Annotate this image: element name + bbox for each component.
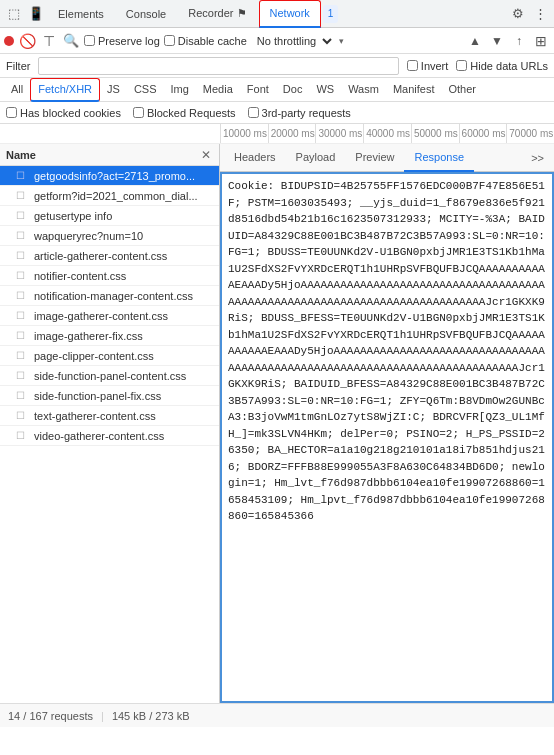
tab-css[interactable]: CSS — [127, 78, 164, 102]
request-item-13[interactable]: ☐ video-gatherer-content.css — [0, 426, 219, 446]
request-icon-6: ☐ — [16, 290, 30, 301]
record-button[interactable] — [4, 36, 14, 46]
inspect-icon[interactable]: ⬚ — [4, 4, 24, 24]
panel-tab-payload[interactable]: Payload — [286, 144, 346, 172]
ruler-ticks: 10000 ms 20000 ms 30000 ms 40000 ms 5000… — [220, 124, 554, 143]
disable-cache-checkbox[interactable]: Disable cache — [164, 35, 247, 47]
request-list: Name ✕ ☐ getgoodsinfo?act=2713_promo... … — [0, 144, 220, 703]
filter-row: Filter Invert Hide data URLs — [0, 54, 554, 78]
request-icon-13: ☐ — [16, 430, 30, 441]
clear-button[interactable]: 🚫 — [18, 32, 36, 50]
filter-label: Filter — [6, 60, 30, 72]
settings-icon[interactable]: ⚙ — [508, 4, 528, 24]
filter-icon-button[interactable]: ⊤ — [40, 32, 58, 50]
devtools-topbar: ⬚ 📱 Elements Console Recorder ⚑ Network … — [0, 0, 554, 28]
request-icon-5: ☐ — [16, 270, 30, 281]
request-item-5[interactable]: ☐ notifier-content.css — [0, 266, 219, 286]
invert-checkbox[interactable]: Invert — [407, 60, 449, 72]
request-item-2[interactable]: ☐ getusertype info — [0, 206, 219, 226]
divider-1: | — [101, 710, 104, 722]
close-panel-button[interactable]: ✕ — [199, 148, 213, 162]
request-icon-8: ☐ — [16, 330, 30, 341]
panel-tabs: Headers Payload Preview Response >> — [220, 144, 554, 172]
status-bar: 14 / 167 requests | 145 kB / 273 kB — [0, 703, 554, 727]
request-icon-1: ☐ — [16, 190, 30, 201]
request-item-8[interactable]: ☐ image-gatherer-fix.css — [0, 326, 219, 346]
request-icon-9: ☐ — [16, 350, 30, 361]
tab-elements[interactable]: Elements — [48, 0, 114, 28]
request-count: 14 / 167 requests — [8, 710, 93, 722]
main-area: Name ✕ ☐ getgoodsinfo?act=2713_promo... … — [0, 144, 554, 703]
tab-js[interactable]: JS — [100, 78, 127, 102]
tab-doc[interactable]: Doc — [276, 78, 310, 102]
panel-tab-preview[interactable]: Preview — [345, 144, 404, 172]
ruler-tick-7: 70000 ms — [506, 124, 554, 143]
device-icon[interactable]: 📱 — [26, 4, 46, 24]
tab-other[interactable]: Other — [441, 78, 483, 102]
throttle-select[interactable]: No throttling — [251, 34, 335, 48]
search-button[interactable]: 🔍 — [62, 32, 80, 50]
request-icon-12: ☐ — [16, 410, 30, 421]
third-party-checkbox[interactable]: 3rd-party requests — [248, 107, 351, 119]
tab-badge[interactable]: 1 — [323, 5, 339, 23]
blocked-row: Has blocked cookies Blocked Requests 3rd… — [0, 102, 554, 124]
hide-data-urls-checkbox[interactable]: Hide data URLs — [456, 60, 548, 72]
tab-media[interactable]: Media — [196, 78, 240, 102]
type-tabs: All Fetch/XHR JS CSS Img Media Font Doc … — [0, 78, 554, 102]
timeline-ruler: 10000 ms 20000 ms 30000 ms 40000 ms 5000… — [0, 124, 554, 144]
request-item-1[interactable]: ☐ getform?id=2021_common_dial... — [0, 186, 219, 206]
upload-button[interactable]: ▲ — [466, 32, 484, 50]
request-list-header: Name ✕ — [0, 144, 219, 166]
response-content-area[interactable]: Cookie: BIDUPSID=4B25755FF1576EDC000B7F4… — [220, 172, 554, 703]
tab-ws[interactable]: WS — [309, 78, 341, 102]
filter-input[interactable] — [38, 57, 398, 75]
ruler-tick-6: 60000 ms — [459, 124, 507, 143]
size-info: 145 kB / 273 kB — [112, 710, 190, 722]
ruler-tick-1: 10000 ms — [220, 124, 268, 143]
blocked-requests-checkbox[interactable]: Blocked Requests — [133, 107, 236, 119]
tab-recorder[interactable]: Recorder ⚑ — [178, 0, 256, 28]
request-item-10[interactable]: ☐ side-function-panel-content.css — [0, 366, 219, 386]
tab-wasm[interactable]: Wasm — [341, 78, 386, 102]
ruler-tick-2: 20000 ms — [268, 124, 316, 143]
request-item-7[interactable]: ☐ image-gatherer-content.css — [0, 306, 219, 326]
ruler-tick-3: 30000 ms — [315, 124, 363, 143]
import-button[interactable]: ↑ — [510, 32, 528, 50]
panel-tab-response[interactable]: Response — [404, 144, 474, 172]
preserve-log-checkbox[interactable]: Preserve log — [84, 35, 160, 47]
tab-all[interactable]: All — [4, 78, 30, 102]
tab-network[interactable]: Network — [259, 0, 321, 28]
panel-tabs-more[interactable]: >> — [525, 152, 550, 164]
has-blocked-cookies-checkbox[interactable]: Has blocked cookies — [6, 107, 121, 119]
request-item-12[interactable]: ☐ text-gatherer-content.css — [0, 406, 219, 426]
download-button[interactable]: ▼ — [488, 32, 506, 50]
request-icon-2: ☐ — [16, 210, 30, 221]
tab-font[interactable]: Font — [240, 78, 276, 102]
network-toolbar: 🚫 ⊤ 🔍 Preserve log Disable cache No thro… — [0, 28, 554, 54]
request-icon-4: ☐ — [16, 250, 30, 261]
tab-img[interactable]: Img — [164, 78, 196, 102]
request-item-3[interactable]: ☐ wapqueryrec?num=10 — [0, 226, 219, 246]
throttle-dropdown-arrow: ▾ — [339, 36, 344, 46]
ruler-tick-5: 50000 ms — [411, 124, 459, 143]
tab-console[interactable]: Console — [116, 0, 176, 28]
right-panel: Headers Payload Preview Response >> Cook… — [220, 144, 554, 703]
tab-manifest[interactable]: Manifest — [386, 78, 442, 102]
more-network-icon[interactable]: ⊞ — [532, 32, 550, 50]
panel-tab-headers[interactable]: Headers — [224, 144, 286, 172]
request-item-11[interactable]: ☐ side-function-panel-fix.css — [0, 386, 219, 406]
request-icon-0: ☐ — [16, 170, 30, 181]
request-item-0[interactable]: ☐ getgoodsinfo?act=2713_promo... — [0, 166, 219, 186]
request-item-9[interactable]: ☐ page-clipper-content.css — [0, 346, 219, 366]
ruler-tick-4: 40000 ms — [363, 124, 411, 143]
request-item-4[interactable]: ☐ article-gatherer-content.css — [0, 246, 219, 266]
more-options-icon[interactable]: ⋮ — [530, 4, 550, 24]
request-item-6[interactable]: ☐ notification-manager-content.css — [0, 286, 219, 306]
response-text: Cookie: BIDUPSID=4B25755FF1576EDC000B7F4… — [228, 180, 545, 522]
request-icon-10: ☐ — [16, 370, 30, 381]
request-icon-11: ☐ — [16, 390, 30, 401]
request-icon-7: ☐ — [16, 310, 30, 321]
request-icon-3: ☐ — [16, 230, 30, 241]
tab-fetch-xhr[interactable]: Fetch/XHR — [30, 78, 100, 102]
